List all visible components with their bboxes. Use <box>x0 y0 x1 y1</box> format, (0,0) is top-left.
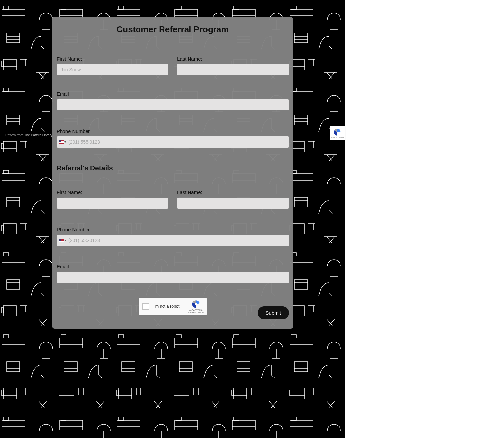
submit-button[interactable]: Submit <box>258 306 289 319</box>
customer-last-name-input[interactable] <box>177 64 289 75</box>
recaptcha-widget: I'm not a robot reCAPTCHA Privacy - Term… <box>139 298 207 315</box>
referral-phone-input[interactable] <box>66 235 289 246</box>
pattern-credit-link[interactable]: The Pattern Library <box>24 134 53 137</box>
referral-email-label: Email <box>57 264 289 269</box>
us-flag-icon <box>59 140 64 144</box>
recaptcha-protection-badge[interactable]: Privacy - Terms <box>330 126 345 140</box>
us-flag-icon <box>59 239 64 242</box>
customer-last-name-label: Last Name: <box>177 56 289 61</box>
recaptcha-logo-icon <box>191 300 201 309</box>
referral-form-card: Customer Referral Program First Name: La… <box>52 17 293 328</box>
customer-first-name-label: First Name: <box>57 56 168 61</box>
customer-phone-label: Phone Number <box>57 128 289 134</box>
recaptcha-brand: reCAPTCHA <box>189 309 203 311</box>
referral-section-heading: Referral's Details <box>57 164 289 175</box>
referral-first-name-label: First Name: <box>57 189 168 195</box>
referral-phone-country-selector[interactable] <box>57 235 66 246</box>
referral-last-name-input[interactable] <box>177 198 289 209</box>
customer-phone-input[interactable] <box>66 136 289 148</box>
customer-email-input[interactable] <box>57 99 289 110</box>
svg-point-21 <box>195 303 197 305</box>
recaptcha-label: I'm not a robot <box>153 304 188 309</box>
pattern-credit: Pattern from The Pattern Library <box>5 134 52 137</box>
recaptcha-legal: Privacy - Terms <box>188 311 204 314</box>
customer-first-name-input[interactable] <box>57 64 168 75</box>
recaptcha-checkbox[interactable] <box>142 303 149 310</box>
recaptcha-logo-icon <box>333 128 341 136</box>
customer-email-label: Email <box>57 91 289 97</box>
recaptcha-badge-legal: Privacy - Terms <box>330 136 344 138</box>
white-background-right <box>345 0 504 438</box>
referral-email-input[interactable] <box>57 272 289 283</box>
page-title: Customer Referral Program <box>57 23 289 40</box>
referral-first-name-input[interactable] <box>57 198 168 209</box>
pattern-credit-prefix: Pattern from <box>5 134 24 137</box>
referral-last-name-label: Last Name: <box>177 189 289 195</box>
customer-phone-country-selector[interactable] <box>57 136 66 148</box>
referral-phone-label: Phone Number <box>57 227 289 232</box>
